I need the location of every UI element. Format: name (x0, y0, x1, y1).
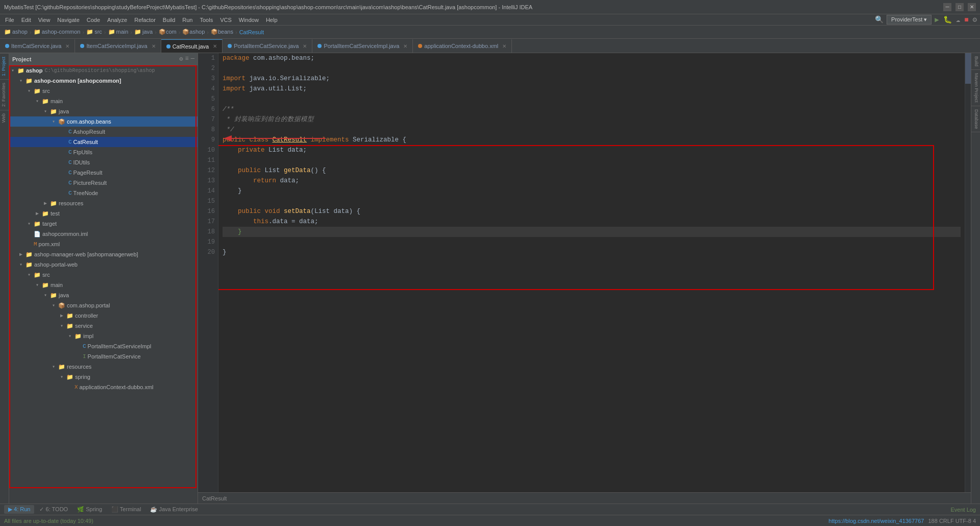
tree-item-pom[interactable]: M pom.xml (9, 239, 198, 249)
tree-item-manager-web[interactable]: ▶ 📁 ashop-manager-web [ashopmanagerweb] (9, 249, 198, 259)
run-config[interactable]: ProviderTest ▾ (887, 15, 932, 25)
tab-close-itemcatserviceimpl[interactable]: ✕ (152, 43, 156, 49)
tab-spring[interactable]: 🌿 Spring (73, 505, 106, 514)
event-log-btn[interactable]: Event Log (950, 507, 976, 513)
status-url-link[interactable]: https://blog.csdn.net/weixin_41367767 (828, 518, 924, 524)
tab-web[interactable]: Web (0, 110, 9, 126)
menu-help[interactable]: Help (263, 16, 281, 24)
tree-item-resources[interactable]: ▶ 📁 resources (9, 198, 198, 208)
tree-item-portal-src[interactable]: ▾ 📁 src (9, 270, 198, 280)
menu-tools[interactable]: Tools (197, 16, 216, 24)
breadcrumb-src[interactable]: 📁src (86, 29, 102, 35)
minimize-button[interactable]: ─ (943, 3, 951, 11)
tab-close-itemcatservice[interactable]: ✕ (65, 43, 69, 49)
menu-edit[interactable]: Edit (18, 16, 34, 24)
tree-item-ftputils[interactable]: C FtpUtils (9, 147, 198, 157)
tab-applicationcontext[interactable]: applicationContext-dubbo.xml ✕ (413, 39, 512, 53)
tab-portalitemcatserviceimpl[interactable]: PortalItemCatServiceImpl.java ✕ (312, 39, 413, 53)
breadcrumb-main[interactable]: 📁main (108, 29, 129, 35)
menu-view[interactable]: View (35, 16, 54, 24)
tree-item-portal-resources[interactable]: ▾ 📁 resources (9, 362, 198, 372)
breadcrumb-ashop-common[interactable]: 📁ashop-common (34, 29, 81, 35)
menu-analyze[interactable]: Analyze (104, 16, 130, 24)
scrollbar-thumb (965, 53, 971, 84)
tree-item-com-ashop-beans[interactable]: ▾ 📦 com.ashop.beans (9, 116, 198, 127)
tree-item-idutils[interactable]: C IDUtils (9, 157, 198, 168)
tab-itemcatserviceimpl[interactable]: ItemCatServiceImpl.java ✕ (75, 39, 161, 53)
menu-navigate[interactable]: Navigate (54, 16, 82, 24)
tab-project[interactable]: 1: Project (0, 53, 9, 79)
menu-vcs[interactable]: VCS (217, 16, 235, 24)
tab-maven[interactable]: Maven Project (971, 70, 980, 106)
code-editor[interactable]: package com.ashop.beans; import java.io.… (218, 53, 965, 492)
xml-icon-dubbo: X (75, 384, 78, 390)
menu-refactor[interactable]: Refactor (131, 16, 159, 24)
tree-item-root[interactable]: ▾ 📁 ashop C:\githubRepositories\shopping… (9, 65, 198, 76)
tree-item-portalitemcatservice[interactable]: I PortalItemCatService (9, 351, 198, 362)
maximize-button[interactable]: □ (955, 3, 964, 11)
settings-icon[interactable]: ⚙ (972, 15, 978, 24)
status-files: All files are up-to-date (today 10:49) (4, 518, 93, 524)
sync-icon[interactable]: ⚙ (179, 55, 183, 63)
tree-item-portalitemcatserviceimpl[interactable]: C PortalItemCatServiceImpl (9, 341, 198, 351)
tree-item-target[interactable]: ▾ 📁 target (9, 219, 198, 229)
java-icon-portalitemcatserviceimpl: C (83, 343, 86, 349)
tree-item-service[interactable]: ▾ 📁 service (9, 321, 198, 331)
tree-item-iml[interactable]: 📄 ashopcommon.iml (9, 229, 198, 239)
menu-window[interactable]: Window (236, 16, 262, 24)
tree-item-test[interactable]: ▶ 📁 test (9, 208, 198, 219)
tab-run[interactable]: ▶ 4: Run (4, 505, 34, 514)
tree-item-com-ashop-portal[interactable]: ▾ 📦 com.ashop.portal (9, 300, 198, 310)
breadcrumb-com[interactable]: 📦com (159, 29, 177, 35)
tree-item-spring[interactable]: ▾ 📁 spring (9, 372, 198, 382)
menu-file[interactable]: File (2, 16, 17, 24)
tree-item-catresult[interactable]: C CatResult (9, 137, 198, 147)
debug-icon[interactable]: 🐛 (942, 15, 953, 24)
tab-close-catresult[interactable]: ✕ (213, 43, 217, 49)
tree-item-controller[interactable]: ▶ 📁 controller (9, 310, 198, 321)
gear-icon[interactable]: ≡ (185, 55, 189, 63)
coverage-icon[interactable]: ☁ (955, 15, 961, 24)
tab-close-applicationcontext[interactable]: ✕ (502, 43, 506, 49)
tab-todo[interactable]: ✓ 6: TODO (35, 505, 72, 514)
tree-item-portal-web[interactable]: ▾ 📁 ashop-portal-web (9, 259, 198, 270)
tab-portalitemcatservice[interactable]: PortalItemCatService.java ✕ (223, 39, 312, 53)
tab-close-portalitemcatserviceimpl[interactable]: ✕ (403, 43, 407, 49)
tab-icon-portalitemcatservice (228, 44, 232, 48)
tree-item-impl[interactable]: ▾ 📁 impl (9, 331, 198, 341)
close-button[interactable]: ✕ (968, 3, 976, 11)
search-everywhere-icon[interactable]: 🔍 (874, 15, 885, 24)
tree-item-ashopresult[interactable]: C AshopResult (9, 127, 198, 137)
menu-build[interactable]: Build (160, 16, 178, 24)
tree-item-portal-main[interactable]: ▾ 📁 main (9, 280, 198, 290)
run-icon[interactable]: ▶ (934, 15, 940, 24)
tab-favorites[interactable]: 2: Favorites (0, 79, 9, 110)
tab-javaenterprise[interactable]: ☕ Java Enterprise (146, 505, 202, 514)
menu-code[interactable]: Code (84, 16, 103, 24)
tree-item-treenode[interactable]: C TreeNode (9, 188, 198, 198)
tree-item-main[interactable]: ▾ 📁 main (9, 96, 198, 106)
tree-item-src[interactable]: ▾ 📁 src (9, 86, 198, 96)
breadcrumb-beans[interactable]: 📦beans (211, 29, 233, 35)
tab-close-portalitemcatservice[interactable]: ✕ (303, 43, 307, 49)
tab-database[interactable]: Database (971, 106, 980, 133)
breadcrumb-java[interactable]: 📁java (134, 29, 153, 35)
tab-terminal[interactable]: ⬛ Terminal (107, 505, 145, 514)
stop-icon[interactable]: ■ (963, 16, 969, 24)
tab-build[interactable]: Build (971, 53, 980, 70)
breadcrumb-catresult[interactable]: CatResult (239, 29, 264, 35)
tree-item-pageresult[interactable]: C PageResult (9, 168, 198, 178)
folder-icon-portal-resources: 📁 (58, 364, 65, 370)
tree-item-applicationcontext-dubbo[interactable]: X applicationContext-dubbo.xml (9, 382, 198, 392)
breadcrumb-ashop2[interactable]: 📦ashop (182, 29, 205, 35)
breadcrumb-ashop[interactable]: 📁ashop (4, 29, 28, 35)
menu-run[interactable]: Run (179, 16, 195, 24)
tab-itemcatservice[interactable]: ItemCatService.java ✕ (0, 39, 75, 53)
tree-item-pictureresult[interactable]: C PictureResult (9, 178, 198, 188)
tab-catresult[interactable]: CatResult.java ✕ (161, 39, 223, 53)
tree-item-java[interactable]: ▾ 📁 java (9, 106, 198, 116)
minimap-scrollbar[interactable] (965, 53, 971, 492)
hide-icon[interactable]: — (191, 55, 194, 63)
tree-item-portal-java[interactable]: ▾ 📁 java (9, 290, 198, 300)
tree-item-ashop-common[interactable]: ▾ 📁 ashop-common [ashopcommon] (9, 76, 198, 86)
